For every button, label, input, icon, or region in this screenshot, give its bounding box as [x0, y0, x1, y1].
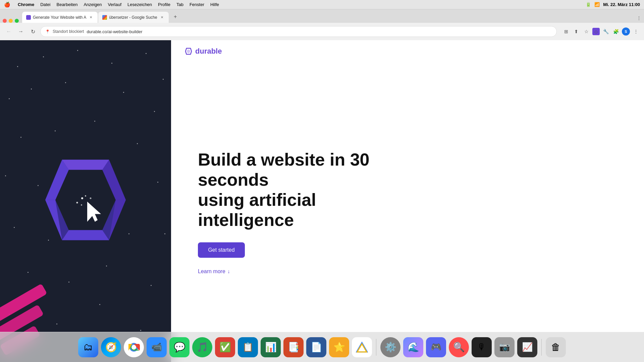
menubar-fenster[interactable]: Fenster: [190, 2, 204, 7]
tab-expand-button[interactable]: ⋮: [637, 15, 641, 21]
dock-image-capture[interactable]: 📷: [494, 337, 515, 357]
close-window-button[interactable]: [3, 19, 7, 23]
menubar-profile[interactable]: Profile: [158, 2, 170, 7]
durable-logo-icon: [184, 47, 193, 55]
dock-powerpoint[interactable]: 📑: [283, 337, 304, 357]
menubar-clock: Mi. 22. März 11:00: [603, 2, 640, 7]
get-started-button[interactable]: Get started: [198, 242, 245, 258]
dock-soundboard[interactable]: 🎙: [472, 337, 492, 357]
learn-more-label: Learn more: [198, 268, 225, 275]
chrome-menu-button[interactable]: ⋮: [632, 27, 640, 36]
hero-content-panel: durable Build a website in 30 seconds us…: [171, 40, 644, 362]
dock-control-room[interactable]: 📈: [517, 337, 537, 357]
tab-title-durable: Generate Your Website with A: [33, 15, 86, 20]
menubar-bearbeiten[interactable]: Bearbeiten: [56, 2, 77, 7]
tab-durable[interactable]: Generate Your Website with A ✕: [22, 12, 98, 23]
share-icon[interactable]: ⬆: [572, 27, 580, 36]
menubar-anzeigen[interactable]: Anzeigen: [84, 2, 102, 7]
dock-finder[interactable]: 🗂: [78, 337, 98, 357]
menubar-wifi-icon: 📶: [594, 2, 600, 7]
browser-content: durable Build a website in 30 seconds us…: [0, 40, 644, 362]
location-blocked-icon: 📍: [45, 29, 50, 34]
dock-arc[interactable]: 🌊: [403, 337, 423, 357]
menubar-lesezeichen[interactable]: Lesezeichen: [127, 2, 152, 7]
browser-toolbar-right: ⊞ ⬆ ☆ ◇ 🔧 🧩 S ⋮: [562, 27, 640, 36]
durable-logo[interactable]: durable: [184, 47, 222, 56]
durable-logo-text: durable: [195, 47, 222, 56]
menubar-tab[interactable]: Tab: [176, 2, 183, 7]
hero-illustration-panel: [0, 40, 171, 362]
tab-title-google: übersetzer - Google Suche: [109, 15, 157, 20]
apple-menu-icon[interactable]: 🍎: [4, 2, 10, 8]
dock-chrome[interactable]: [124, 337, 144, 357]
dock-trash[interactable]: 🗑: [546, 337, 566, 357]
dock-bezel[interactable]: ⭐: [329, 337, 349, 357]
dock-word[interactable]: 📄: [306, 337, 326, 357]
minimize-window-button[interactable]: [9, 19, 13, 23]
dock-separator: [376, 339, 376, 356]
hero-headline-line2: using artificial intelligence: [198, 190, 316, 230]
menubar-datei[interactable]: Datei: [40, 2, 50, 7]
tab-google[interactable]: übersetzer - Google Suche ✕: [98, 12, 168, 23]
address-bar-input[interactable]: 📍 Standort blockiert durable.co/ai-websi…: [40, 26, 557, 37]
svg-point-2: [76, 202, 78, 203]
chrome-extension-1[interactable]: ◇: [592, 28, 600, 35]
tab-close-durable[interactable]: ✕: [88, 15, 94, 20]
learn-more-link[interactable]: Learn more ↓: [198, 268, 617, 275]
tab-favicon-durable: [26, 15, 31, 20]
back-button[interactable]: ←: [4, 27, 13, 36]
site-main-content: Build a website in 30 seconds using arti…: [171, 62, 644, 362]
dock-safari[interactable]: 🧭: [101, 337, 121, 357]
google-apps-icon[interactable]: ⊞: [562, 27, 570, 36]
durable-diamond-illustration: [35, 149, 136, 257]
tab-bar: Generate Your Website with A ✕ übersetze…: [0, 9, 644, 23]
dock: 🗂 🧭 📹 💬 🎵 ✅ 📋 📊 📑 📄 ⭐ ⚙️ 🌊 🎮: [0, 332, 644, 362]
dock-discord[interactable]: 🎮: [426, 337, 446, 357]
svg-point-3: [81, 204, 82, 205]
dock-google-drive[interactable]: [352, 337, 372, 357]
dock-spotify[interactable]: 🎵: [192, 337, 212, 357]
svg-point-5: [90, 197, 92, 199]
hero-headline-line1: Build a website in 30 seconds: [198, 150, 369, 189]
site-header: durable: [171, 40, 644, 62]
maximize-window-button[interactable]: [15, 19, 19, 23]
svg-point-8: [131, 345, 136, 350]
bookmark-icon[interactable]: ☆: [582, 27, 590, 36]
chrome-extension-2[interactable]: 🔧: [602, 27, 610, 36]
reload-button[interactable]: ↻: [28, 27, 38, 36]
address-text: durable.co/ai-website-builder: [87, 29, 552, 34]
tab-favicon-google: [102, 15, 107, 20]
dock-trello[interactable]: 📋: [238, 337, 258, 357]
dock-separator-2: [541, 339, 542, 356]
dock-zoom[interactable]: 📹: [147, 337, 167, 357]
forward-button[interactable]: →: [16, 27, 25, 36]
menubar-battery-icon: 🔋: [586, 2, 591, 7]
menubar: 🍎 Chrome Datei Bearbeiten Anzeigen Verla…: [0, 0, 644, 9]
menubar-app-name[interactable]: Chrome: [18, 2, 34, 7]
chrome-profile-avatar[interactable]: S: [622, 27, 630, 36]
browser-window: Generate Your Website with A ✕ übersetze…: [0, 9, 644, 362]
new-tab-button[interactable]: +: [171, 12, 180, 21]
traffic-lights: [3, 19, 19, 23]
dock-whatsapp[interactable]: 💬: [169, 337, 190, 357]
hero-headline: Build a website in 30 seconds using arti…: [198, 150, 379, 230]
chrome-extensions-button[interactable]: 🧩: [612, 27, 620, 36]
dock-system-prefs[interactable]: ⚙️: [380, 337, 400, 357]
menubar-verlauf[interactable]: Verlauf: [108, 2, 121, 7]
dock-lasso[interactable]: 🔍: [449, 337, 469, 357]
dock-excel[interactable]: 📊: [261, 337, 281, 357]
location-blocked-label: Standort blockiert: [53, 29, 84, 34]
arrow-down-icon: ↓: [227, 268, 230, 275]
tab-close-google[interactable]: ✕: [159, 15, 165, 20]
address-bar: ← → ↻ 📍 Standort blockiert durable.co/ai…: [0, 23, 644, 40]
svg-point-1: [81, 197, 83, 199]
svg-point-4: [85, 195, 86, 196]
dock-todoist[interactable]: ✅: [215, 337, 235, 357]
menubar-hilfe[interactable]: Hilfe: [210, 2, 219, 7]
